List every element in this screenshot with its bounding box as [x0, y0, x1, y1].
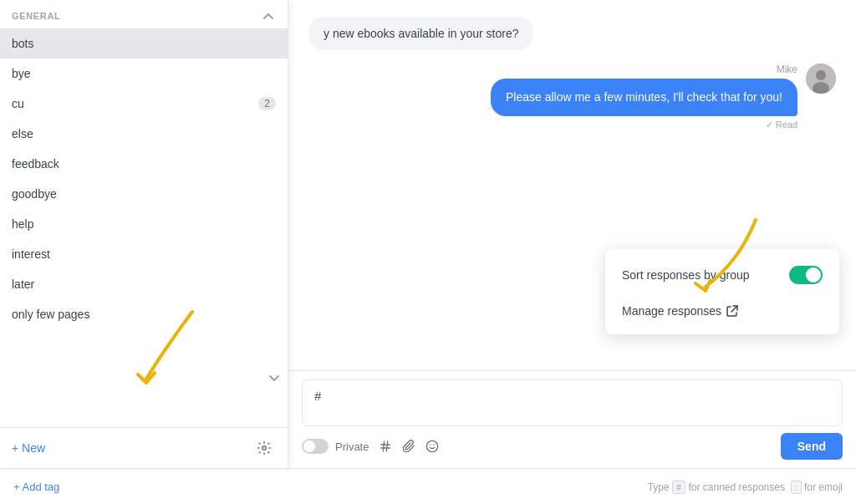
manage-responses-label: Manage responses	[622, 304, 738, 318]
canned-item-goodbye[interactable]: goodbye	[0, 179, 288, 209]
canned-item-badge: 2	[258, 97, 276, 110]
input-hash-char: #	[314, 389, 321, 403]
partial-message: y new ebooks available in your store?	[308, 17, 533, 50]
emoji-icon-button[interactable]	[425, 440, 439, 453]
svg-line-6	[384, 441, 385, 451]
input-toolbar: Private Send	[302, 426, 843, 460]
attachment-icon-button[interactable]	[402, 440, 415, 453]
message-input-box[interactable]: #	[302, 379, 843, 426]
sort-responses-popup: Sort responses by group Manage responses	[605, 249, 839, 334]
toolbar-left: Private	[302, 439, 439, 454]
svg-line-7	[387, 441, 388, 451]
send-button[interactable]: Send	[781, 433, 843, 460]
hash-icon-button[interactable]	[379, 440, 392, 453]
new-canned-response-button[interactable]: + New	[12, 441, 45, 455]
canned-item-label: later	[12, 277, 34, 291]
settings-gear-button[interactable]	[252, 436, 276, 460]
canned-item-label: help	[12, 217, 33, 231]
private-toggle-switch[interactable]	[302, 439, 329, 454]
canned-item-label: goodbye	[12, 187, 57, 201]
canned-item-label: interest	[12, 247, 50, 261]
canned-item-only-few-pages[interactable]: only few pages	[0, 299, 288, 329]
canned-item-later[interactable]: later	[0, 269, 288, 299]
canned-item-label: feedback	[12, 157, 59, 171]
svg-point-0	[262, 446, 267, 451]
message-sender: Mike	[777, 64, 797, 75]
chat-panel: y new ebooks available in your store? Mi…	[288, 0, 856, 468]
message-status: ✓ Read	[766, 120, 797, 130]
section-label: GENERAL	[12, 11, 60, 21]
message-bubble: Please allow me a few minutes, I'll chec…	[491, 79, 797, 116]
scroll-up-button[interactable]	[261, 8, 276, 23]
manage-responses-item[interactable]: Manage responses	[605, 294, 839, 328]
canned-item-else[interactable]: else	[0, 119, 288, 149]
canned-responses-panel: GENERAL botsbyecu2elsefeedbackgoodbyehel…	[0, 0, 288, 468]
canned-item-label: bye	[12, 67, 31, 80]
sort-by-group-item[interactable]: Sort responses by group	[605, 256, 839, 294]
canned-item-help[interactable]: help	[0, 209, 288, 239]
canned-item-cu[interactable]: cu2	[0, 89, 288, 119]
bottom-bar: + Add tag Type # for canned responses : …	[0, 468, 856, 504]
canned-list: botsbyecu2elsefeedbackgoodbyehelpinteres…	[0, 28, 288, 427]
canned-footer: + New	[0, 427, 288, 468]
canned-item-label: else	[12, 127, 33, 140]
scroll-down-indicator[interactable]	[269, 370, 279, 385]
sort-by-group-label: Sort responses by group	[622, 268, 750, 282]
avatar-image	[806, 64, 836, 94]
input-hint: Type # for canned responses : for emoji	[648, 481, 843, 493]
svg-point-2	[816, 70, 826, 80]
private-toggle[interactable]: Private	[302, 439, 369, 454]
canned-item-interest[interactable]: interest	[0, 239, 288, 269]
canned-item-bye[interactable]: bye	[0, 59, 288, 89]
canned-item-label: cu	[12, 97, 24, 110]
sort-toggle[interactable]	[789, 266, 823, 284]
canned-header: GENERAL	[0, 0, 288, 28]
canned-item-feedback[interactable]: feedback	[0, 149, 288, 179]
canned-item-bots[interactable]: bots	[0, 28, 288, 59]
canned-item-label: only few pages	[12, 308, 89, 321]
outgoing-message-container: Mike Please allow me a few minutes, I'll…	[308, 64, 836, 130]
svg-point-8	[427, 440, 438, 451]
external-link-icon	[726, 305, 738, 317]
canned-item-label: bots	[12, 37, 33, 50]
private-label: Private	[335, 440, 369, 453]
chat-input-area: # Private	[288, 370, 856, 468]
add-tag-button[interactable]: + Add tag	[13, 481, 59, 493]
message-wrapper: Mike Please allow me a few minutes, I'll…	[491, 64, 797, 130]
avatar	[806, 64, 836, 94]
